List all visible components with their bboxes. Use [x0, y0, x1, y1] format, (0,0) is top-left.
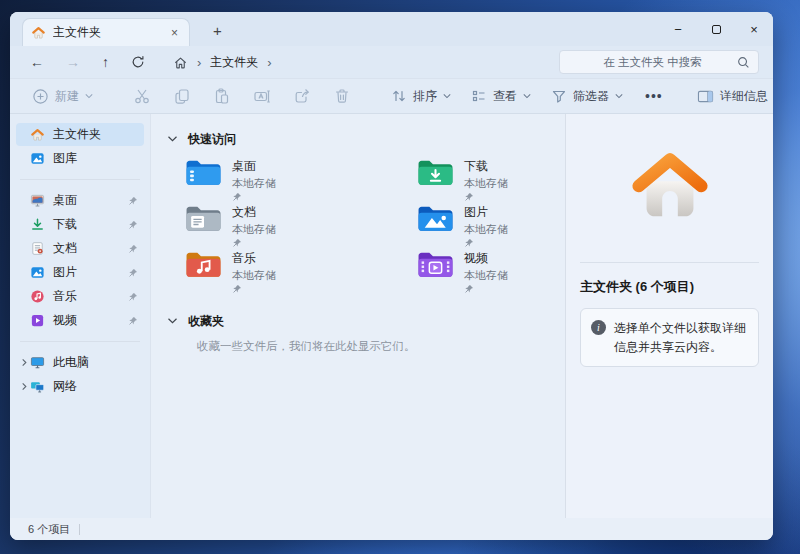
pin-icon: [464, 192, 508, 202]
main-content: 快速访问 桌面 本地存储 下载 本地存储: [150, 114, 565, 518]
details-pane-toggle[interactable]: 详细信息: [693, 85, 772, 108]
tile-storage-label: 本地存储: [232, 222, 276, 237]
breadcrumb-chevron-icon: ›: [197, 55, 201, 70]
sidebar-item-network[interactable]: 网络: [16, 375, 144, 398]
new-tab-button[interactable]: +: [206, 22, 229, 39]
sidebar-item-label: 图库: [53, 150, 77, 167]
chevron-right-icon[interactable]: [18, 358, 30, 367]
sidebar-item-documents[interactable]: 文档: [16, 237, 144, 260]
file-explorer-window: 主文件夹 × + − × ← → ↑ › 主文件夹 › 在 主文件夹 中搜索: [10, 12, 773, 540]
more-button[interactable]: •••: [639, 88, 669, 104]
breadcrumb-chevron-icon: ›: [267, 55, 271, 70]
delete-icon: [333, 87, 351, 105]
pin-icon: [128, 292, 138, 302]
tile-downloads[interactable]: 下载 本地存储: [417, 158, 565, 204]
sidebar-item-gallery[interactable]: 图库: [16, 147, 144, 170]
this-pc-icon: [30, 355, 45, 370]
section-title: 收藏夹: [188, 313, 224, 330]
tab-home-folder[interactable]: 主文件夹 ×: [22, 18, 190, 46]
up-button[interactable]: ↑: [102, 55, 109, 69]
maximize-button[interactable]: [697, 12, 735, 46]
pictures-folder-icon: [417, 204, 454, 233]
delete-button[interactable]: [329, 84, 355, 108]
search-placeholder: 在 主文件夹 中搜索: [568, 55, 737, 70]
tile-pictures[interactable]: 图片 本地存储: [417, 204, 565, 250]
filter-button-label: 筛选器: [573, 88, 609, 105]
sort-button[interactable]: 排序: [387, 85, 455, 108]
sidebar-item-desktop[interactable]: 桌面: [16, 189, 144, 212]
tile-name: 下载: [464, 158, 508, 175]
cut-button[interactable]: [129, 84, 155, 108]
items-count: 6 个项目: [28, 522, 70, 537]
tile-name: 音乐: [232, 250, 276, 267]
tile-documents[interactable]: 文档 本地存储: [185, 204, 417, 250]
details-pane-label: 详细信息: [720, 88, 768, 105]
tile-name: 文档: [232, 204, 276, 221]
back-button[interactable]: ←: [30, 55, 44, 69]
view-button[interactable]: 查看: [467, 85, 535, 108]
view-icon: [471, 88, 487, 104]
status-bar: 6 个项目: [10, 518, 773, 540]
maximize-icon: [712, 25, 721, 34]
sidebar-divider: [20, 179, 140, 180]
pin-icon: [232, 192, 276, 202]
navigation-bar: ← → ↑ › 主文件夹 › 在 主文件夹 中搜索: [10, 46, 773, 78]
sidebar-item-music[interactable]: 音乐: [16, 285, 144, 308]
breadcrumb-item-home[interactable]: 主文件夹: [210, 54, 258, 71]
details-panel-icon: [697, 89, 714, 104]
sidebar-item-label: 音乐: [53, 288, 77, 305]
sidebar-item-this-pc[interactable]: 此电脑: [16, 351, 144, 374]
minimize-button[interactable]: −: [659, 12, 697, 46]
close-button[interactable]: ×: [735, 12, 773, 46]
breadcrumb-home-icon[interactable]: [173, 55, 188, 70]
filter-icon: [551, 88, 567, 104]
sidebar-item-pictures[interactable]: 图片: [16, 261, 144, 284]
rename-icon: [253, 87, 271, 105]
tile-music[interactable]: 音乐 本地存储: [185, 250, 417, 296]
refresh-button[interactable]: [131, 55, 145, 69]
sidebar-item-label: 文档: [53, 240, 77, 257]
chevron-down-icon: [443, 93, 451, 99]
pin-icon: [128, 244, 138, 254]
new-button[interactable]: 新建: [28, 85, 97, 108]
details-title: 主文件夹 (6 个项目): [580, 278, 759, 296]
desktop-icon: [30, 193, 45, 208]
music-folder-icon: [185, 250, 222, 279]
documents-folder-icon: [185, 204, 222, 233]
pin-icon: [128, 268, 138, 278]
tile-name: 视频: [464, 250, 508, 267]
info-icon: i: [591, 320, 606, 335]
network-icon: [30, 379, 45, 394]
status-divider: [79, 524, 80, 535]
paste-button[interactable]: [209, 84, 235, 108]
command-toolbar: 新建 排序: [10, 78, 773, 114]
sidebar-item-home[interactable]: 主文件夹: [16, 123, 144, 146]
tile-name: 桌面: [232, 158, 276, 175]
sidebar-item-videos[interactable]: 视频: [16, 309, 144, 332]
share-button[interactable]: [289, 84, 315, 108]
favorites-header[interactable]: 收藏夹: [165, 310, 565, 332]
view-button-label: 查看: [493, 88, 517, 105]
pin-icon: [128, 316, 138, 326]
rename-button[interactable]: [249, 84, 275, 108]
tab-close-icon[interactable]: ×: [168, 26, 181, 40]
tile-videos[interactable]: 视频 本地存储: [417, 250, 565, 296]
quick-access-header[interactable]: 快速访问: [165, 128, 565, 150]
filter-button[interactable]: 筛选器: [547, 85, 627, 108]
details-divider: [580, 262, 759, 263]
chevron-right-icon[interactable]: [18, 382, 30, 391]
forward-button[interactable]: →: [66, 55, 80, 69]
tab-title: 主文件夹: [53, 24, 161, 41]
pin-icon: [232, 238, 276, 248]
home-icon: [30, 127, 45, 142]
downloads-icon: [30, 217, 45, 232]
sidebar-item-label: 下载: [53, 216, 77, 233]
sidebar-item-downloads[interactable]: 下载: [16, 213, 144, 236]
desktop-folder-icon: [185, 158, 222, 187]
tile-storage-label: 本地存储: [232, 176, 276, 191]
tile-desktop[interactable]: 桌面 本地存储: [185, 158, 417, 204]
details-pane: 主文件夹 (6 个项目) i 选择单个文件以获取详细信息并共享云内容。: [565, 114, 773, 518]
copy-button[interactable]: [169, 84, 195, 108]
gallery-icon: [30, 151, 45, 166]
search-input[interactable]: 在 主文件夹 中搜索: [559, 50, 759, 74]
